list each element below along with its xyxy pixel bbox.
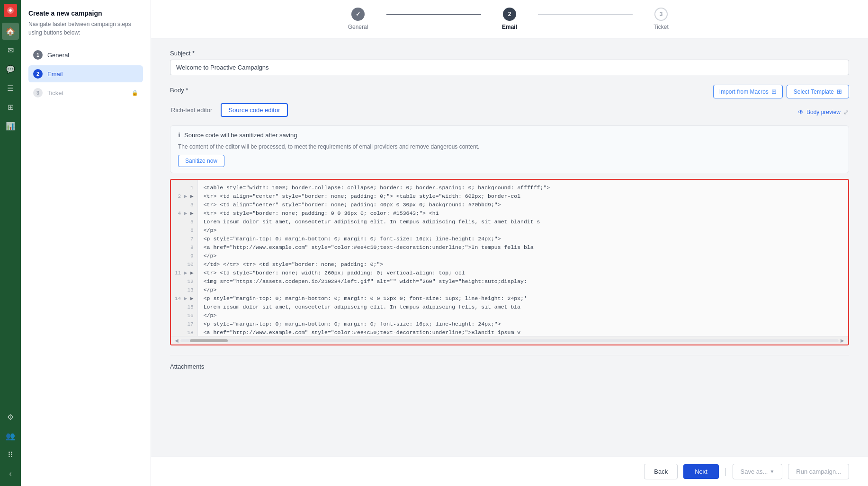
body-preview-label: Body preview [806, 109, 841, 115]
import-macros-button[interactable]: Import from Macros ⊞ [713, 85, 783, 98]
step-connector-1 [386, 14, 481, 15]
run-campaign-button[interactable]: Run campaign... [788, 464, 849, 479]
progress-bar: ✓ General 2 Email 3 Ticket [151, 0, 868, 38]
import-macros-icon: ⊞ [771, 88, 777, 95]
import-macros-label: Import from Macros [719, 88, 769, 95]
step-item-ticket[interactable]: 3 Ticket 🔒 [28, 84, 143, 101]
step-label-ticket: Ticket [47, 89, 63, 97]
sidebar-icon-mail[interactable]: ✉ [2, 42, 19, 59]
progress-step-general: ✓ General [330, 8, 386, 30]
progress-circle-general: ✓ [351, 8, 365, 21]
app-logo[interactable] [4, 4, 17, 17]
body-label: Body * [170, 87, 188, 94]
sidebar-icon-chart[interactable]: 📊 [2, 117, 19, 134]
sidebar-icon-apps[interactable]: ⠿ [2, 446, 19, 463]
attachments-section: Attachments [170, 355, 849, 370]
sanitize-title: ℹ Source code will be sanitized after sa… [178, 132, 841, 139]
select-template-label: Select Template [794, 88, 834, 95]
body-section: Body * Import from Macros ⊞ Select Templ… [170, 85, 849, 370]
subject-label: Subject * [170, 50, 849, 57]
subject-input[interactable] [170, 60, 849, 75]
scroll-thumb [190, 339, 228, 342]
save-button[interactable]: Save as... ▼ [733, 464, 783, 479]
step-item-email[interactable]: 2 Email [28, 65, 143, 82]
panel-description: Navigate faster between campaign steps u… [28, 20, 143, 37]
footer: Back Next | Save as... ▼ Run campaign... [151, 457, 868, 486]
body-toolbar: Body * Import from Macros ⊞ Select Templ… [170, 85, 849, 98]
line-numbers: 12 ▶34 ▶567891011 ▶121314 ▶1516171819202… [171, 180, 198, 336]
rich-text-tab[interactable]: Rich-text editor [170, 104, 213, 116]
progress-step-email: 2 Email [481, 8, 538, 30]
step-connector-2 [538, 14, 633, 15]
editor-toggle-row: Rich-text editor Source code editor 👁 Bo… [170, 103, 849, 121]
step-label-general: General [47, 52, 69, 59]
sidebar: 🏠 ✉ 💬 ☰ ⊞ 📊 ⚙ 👥 ⠿ ‹ [0, 0, 21, 486]
step-num-3: 3 [33, 88, 43, 97]
main-content: ✓ General 2 Email 3 Ticket Subject * Bod… [151, 0, 868, 486]
progress-circle-ticket: 3 [654, 8, 668, 21]
scrollbar-h[interactable]: ◀ ▶ [171, 336, 848, 345]
sidebar-icon-home[interactable]: 🏠 [2, 23, 19, 40]
step-item-general[interactable]: 1 General [28, 46, 143, 63]
sidebar-icon-users[interactable]: 👥 [2, 427, 19, 444]
left-panel: Create a new campaign Navigate faster be… [21, 0, 151, 486]
lock-icon: 🔒 [132, 90, 138, 96]
editor-toggle: Rich-text editor Source code editor [170, 103, 288, 117]
back-button[interactable]: Back [644, 464, 678, 479]
progress-circle-email: 2 [503, 8, 516, 21]
code-editor[interactable]: 12 ▶34 ▶567891011 ▶121314 ▶1516171819202… [171, 180, 848, 336]
eye-icon: 👁 [798, 109, 804, 115]
scroll-right-icon[interactable]: ▶ [841, 338, 844, 343]
step-num-2: 2 [33, 69, 43, 79]
sanitize-desc: The content of the editor will be proces… [178, 142, 841, 151]
step-num-1: 1 [33, 50, 43, 60]
progress-label-general: General [348, 24, 368, 30]
progress-label-email: Email [502, 24, 517, 30]
panel-heading: Create a new campaign [28, 9, 143, 17]
sidebar-icon-add[interactable]: ⊞ [2, 98, 19, 115]
code-editor-wrapper: 12 ▶34 ▶567891011 ▶121314 ▶1516171819202… [170, 179, 849, 345]
info-icon: ℹ [178, 132, 180, 139]
code-content[interactable]: <table style="width: 100%; border-collap… [198, 180, 848, 336]
sidebar-icon-chat[interactable]: 💬 [2, 61, 19, 78]
sanitize-now-button[interactable]: Sanitize now [178, 155, 224, 167]
form-area: Subject * Body * Import from Macros ⊞ Se… [151, 38, 868, 457]
select-template-button[interactable]: Select Template ⊞ [787, 85, 849, 98]
scroll-track [180, 339, 839, 342]
expand-icon: ⤢ [843, 108, 849, 116]
sidebar-icon-list[interactable]: ☰ [2, 80, 19, 97]
progress-label-ticket: Ticket [653, 24, 669, 30]
sidebar-icon-gear[interactable]: ⚙ [2, 408, 19, 425]
scroll-left-icon[interactable]: ◀ [175, 338, 179, 343]
subject-section: Subject * [170, 50, 849, 75]
step-label-email: Email [47, 71, 63, 78]
body-preview-button[interactable]: 👁 Body preview ⤢ [798, 108, 849, 116]
footer-divider: | [725, 467, 727, 477]
sanitize-notice: ℹ Source code will be sanitized after sa… [170, 125, 849, 173]
next-button[interactable]: Next [683, 464, 719, 479]
chevron-down-icon: ▼ [770, 469, 774, 474]
progress-step-ticket: 3 Ticket [633, 8, 689, 30]
source-code-tab[interactable]: Source code editor [221, 103, 287, 117]
attachments-label: Attachments [170, 363, 849, 370]
grid-icon: ⊞ [837, 88, 842, 95]
sidebar-icon-collapse[interactable]: ‹ [2, 465, 19, 482]
